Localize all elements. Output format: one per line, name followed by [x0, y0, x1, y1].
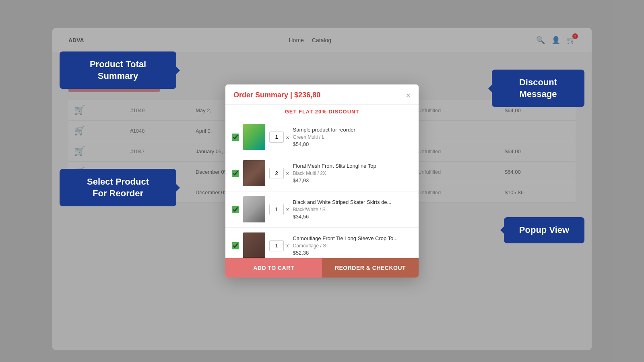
product-item: x Sample product for reorder Green Multi… [225, 119, 419, 155]
product-list: x Sample product for reorder Green Multi… [225, 119, 419, 258]
modal-footer: ADD TO CART REORDER & CHECKOUT [225, 258, 419, 278]
qty-input-1[interactable] [269, 168, 284, 179]
product-price-1: $47,93 [293, 177, 413, 183]
qty-x-3: x [286, 243, 289, 249]
qty-control-1: x [269, 168, 289, 179]
product-name-2: Black and White Striped Skater Skirts de… [293, 199, 413, 206]
add-to-cart-button[interactable]: ADD TO CART [225, 258, 322, 278]
discount-banner: GET FLAT 20% DISCOUNT [225, 105, 419, 119]
annotation-product-total-summary: Product TotalSummary [60, 51, 176, 89]
product-image-1 [243, 160, 265, 186]
product-variant-1: Black Multi / 2X [293, 171, 413, 176]
product-checkbox-3[interactable] [232, 242, 239, 249]
product-checkbox-2[interactable] [232, 206, 239, 213]
product-info-2: Black and White Striped Skater Skirts de… [293, 199, 413, 220]
qty-control-0: x [269, 132, 289, 143]
product-item: x Floral Mesh Front Slits Longline Top B… [225, 155, 419, 191]
qty-x-0: x [286, 134, 289, 140]
qty-x-1: x [286, 170, 289, 176]
qty-x-2: x [286, 206, 289, 212]
product-variant-2: Black/White / S [293, 207, 413, 212]
product-item: x Black and White Striped Skater Skirts … [225, 191, 419, 228]
product-image-0 [243, 124, 265, 150]
product-name-3: Camouflage Front Tie Long Sleeve Crop To… [293, 235, 413, 242]
qty-control-2: x [269, 204, 289, 215]
product-checkbox-1[interactable] [232, 170, 239, 177]
qty-input-0[interactable] [269, 132, 284, 143]
qty-control-3: x [269, 240, 289, 251]
modal-header: Order Summary | $236,80 × [225, 84, 419, 105]
qty-input-2[interactable] [269, 204, 284, 215]
qty-input-3[interactable] [269, 240, 284, 251]
product-price-2: $34,56 [293, 214, 413, 220]
reorder-checkout-button[interactable]: REORDER & CHECKOUT [322, 258, 419, 278]
product-info-3: Camouflage Front Tie Long Sleeve Crop To… [293, 235, 413, 256]
product-name-1: Floral Mesh Front Slits Longline Top [293, 163, 413, 170]
product-price-3: $52,38 [293, 250, 413, 256]
product-name-0: Sample product for reorder [293, 127, 413, 134]
order-summary-modal: Order Summary | $236,80 × GET FLAT 20% D… [225, 84, 419, 278]
product-variant-3: Camouflage / S [293, 243, 413, 249]
product-checkbox-0[interactable] [232, 134, 239, 141]
product-info-0: Sample product for reorder Green Multi /… [293, 127, 413, 147]
product-variant-0: Green Multi / L [293, 134, 413, 140]
modal-title: Order Summary | $236,80 [233, 91, 320, 99]
product-item: x Camouflage Front Tie Long Sleeve Crop … [225, 228, 419, 258]
product-image-3 [243, 232, 265, 258]
annotation-select-product-reorder: Select ProductFor Reorder [60, 169, 176, 206]
product-image-2 [243, 196, 265, 222]
product-price-0: $54,00 [293, 141, 413, 147]
annotation-popup-view: Popup View [504, 217, 584, 243]
modal-close-button[interactable]: × [406, 91, 411, 99]
product-info-1: Floral Mesh Front Slits Longline Top Bla… [293, 163, 413, 183]
annotation-discount-message: Discount Message [492, 70, 584, 107]
